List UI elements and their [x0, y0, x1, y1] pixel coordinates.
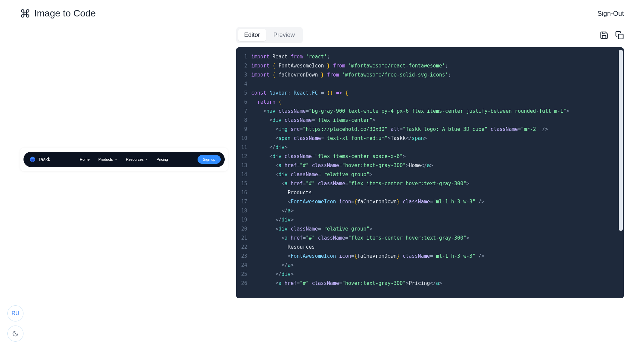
- preview-navbar: Taskk Home Products Resources Pricing Si…: [23, 152, 225, 167]
- user-avatar-badge[interactable]: RU: [7, 305, 23, 321]
- nav-links: Home Products Resources Pricing: [80, 157, 168, 161]
- save-icon[interactable]: [600, 31, 608, 40]
- nav-link-home[interactable]: Home: [80, 157, 90, 161]
- cube-icon: [30, 156, 36, 162]
- chevron-down-icon: [115, 158, 117, 161]
- nav-brand-group: Taskk: [30, 156, 50, 162]
- command-icon: [20, 8, 30, 18]
- code-pane: Editor Preview 1234567891011121314151617…: [236, 27, 624, 298]
- brand: Image to Code: [20, 8, 96, 19]
- app-title: Image to Code: [34, 8, 96, 19]
- svg-rect-0: [619, 34, 623, 39]
- nav-link-resources[interactable]: Resources: [126, 157, 148, 161]
- tab-preview[interactable]: Preview: [267, 29, 301, 41]
- view-tabs: Editor Preview: [236, 27, 303, 43]
- nav-link-resources-label: Resources: [126, 157, 144, 161]
- copy-icon[interactable]: [615, 31, 624, 40]
- preview-card: Taskk Home Products Resources Pricing Si…: [20, 148, 228, 171]
- chevron-down-icon: [145, 158, 148, 161]
- signup-button[interactable]: Sign up: [198, 155, 221, 164]
- code-content[interactable]: import React from 'react';import { FontA…: [251, 52, 624, 298]
- theme-toggle[interactable]: [7, 326, 23, 342]
- nav-brand-text: Taskk: [38, 157, 50, 162]
- tab-editor[interactable]: Editor: [238, 29, 266, 41]
- floating-controls: RU: [7, 305, 23, 342]
- app-header: Image to Code Sign-Out: [0, 0, 644, 27]
- nav-link-products-label: Products: [98, 157, 113, 161]
- signout-link[interactable]: Sign-Out: [597, 10, 624, 17]
- moon-icon: [12, 330, 19, 337]
- scrollbar-thumb[interactable]: [619, 50, 623, 231]
- nav-link-products[interactable]: Products: [98, 157, 117, 161]
- code-editor[interactable]: 1234567891011121314151617181920212223242…: [236, 47, 624, 298]
- image-preview-pane: Taskk Home Products Resources Pricing Si…: [20, 27, 228, 298]
- tabs-row: Editor Preview: [236, 27, 624, 43]
- nav-link-pricing[interactable]: Pricing: [157, 157, 168, 161]
- main-content: Taskk Home Products Resources Pricing Si…: [0, 27, 644, 298]
- line-gutter: 1234567891011121314151617181920212223242…: [236, 52, 251, 298]
- editor-actions: [600, 31, 624, 40]
